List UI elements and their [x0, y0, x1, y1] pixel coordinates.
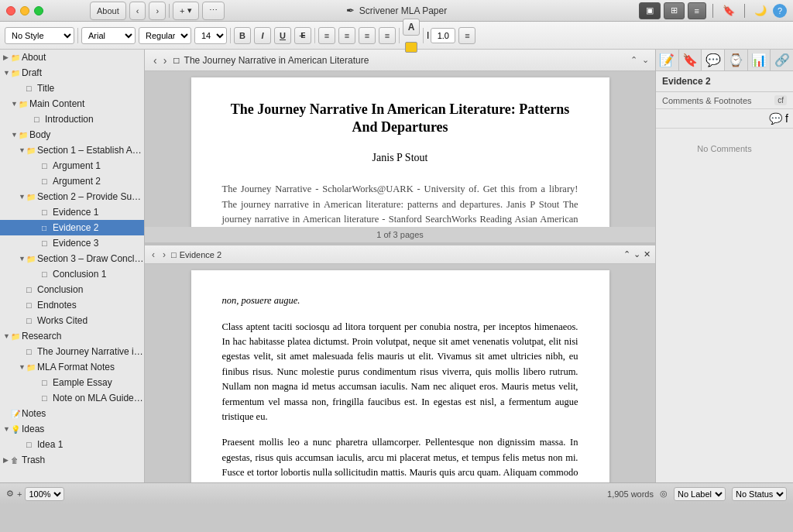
- sidebar-item-idea1[interactable]: Idea 1: [0, 437, 144, 452]
- sidebar-item-section2[interactable]: 📁 Section 2 – Provide Suppo…: [0, 189, 144, 204]
- ideas-triangle[interactable]: [3, 425, 11, 433]
- status-add-icon[interactable]: +: [17, 489, 22, 499]
- underline-btn[interactable]: U: [274, 27, 291, 44]
- bookmark-btn[interactable]: 🔖: [719, 2, 738, 20]
- sidebar-item-evidence1[interactable]: Evidence 1: [0, 204, 144, 220]
- sidebar-item-body[interactable]: 📁 Body: [0, 127, 144, 142]
- indent-dec-btn[interactable]: I: [427, 30, 429, 41]
- inspector-tab-notes[interactable]: 📝: [656, 50, 679, 70]
- doc-page-bottom[interactable]: non, posuere augue. Class aptent taciti …: [191, 270, 609, 482]
- breadcrumb-expand-btn[interactable]: ⌄: [642, 55, 649, 65]
- align-center-btn[interactable]: ≡: [338, 27, 355, 44]
- more-btn[interactable]: ⋯: [202, 2, 225, 20]
- about-btn[interactable]: About: [90, 2, 126, 20]
- align-justify-btn[interactable]: ≡: [379, 27, 396, 44]
- nav-back-btn[interactable]: ‹: [129, 2, 146, 20]
- sidebar-item-works-cited[interactable]: Works Cited: [0, 313, 144, 328]
- sidebar-item-about[interactable]: 📁 About: [0, 50, 144, 65]
- sidebar-item-arg1[interactable]: Argument 1: [0, 158, 144, 173]
- s2-triangle[interactable]: [19, 193, 26, 201]
- sidebar-item-section1[interactable]: 📁 Section 1 – Establish Argu…: [0, 142, 144, 158]
- word-count: 1,905 words: [607, 489, 654, 499]
- status-select[interactable]: No Status: [732, 487, 787, 501]
- sidebar-item-ideas[interactable]: 💡 Ideas: [0, 421, 144, 437]
- sidebar-item-example-essay[interactable]: Eample Essay: [0, 375, 144, 390]
- s3-triangle[interactable]: [19, 255, 26, 263]
- res-triangle[interactable]: [3, 332, 11, 340]
- c1-label: Conclusion 1: [53, 269, 144, 280]
- doc-scroll-top[interactable]: The Journey Narrative In American Litera…: [145, 71, 655, 227]
- ev3-label: Evidence 3: [53, 238, 144, 249]
- gear-icon[interactable]: ⚙: [6, 489, 14, 499]
- inspector-tab-comments[interactable]: 💬: [702, 50, 725, 70]
- target-icon[interactable]: ◎: [660, 489, 668, 499]
- sidebar-item-endnotes[interactable]: Endnotes: [0, 297, 144, 313]
- size-select[interactable]: 14: [194, 27, 227, 44]
- doc2-down-btn[interactable]: ⌄: [633, 249, 640, 259]
- help-btn[interactable]: ?: [773, 4, 787, 18]
- mla-triangle[interactable]: [19, 363, 26, 371]
- about-triangle[interactable]: [3, 53, 11, 61]
- breadcrumb-collapse-btn[interactable]: ⌃: [630, 55, 637, 65]
- inspector-tab-snapshots[interactable]: ⌚: [725, 50, 748, 70]
- view-grid-btn[interactable]: ⊞: [664, 2, 685, 19]
- font-select[interactable]: Arial: [81, 27, 136, 44]
- label-select[interactable]: No Label: [674, 487, 726, 501]
- doc2-up-btn[interactable]: ⌃: [623, 249, 630, 259]
- align-right-btn[interactable]: ≡: [359, 27, 376, 44]
- doc2-back-btn[interactable]: ‹: [149, 249, 157, 260]
- strikethrough-btn[interactable]: E̶: [294, 27, 311, 44]
- doc2-close-btn[interactable]: ✕: [644, 249, 651, 259]
- line-spacing-input[interactable]: [431, 28, 455, 43]
- trash-triangle[interactable]: [3, 456, 11, 464]
- zoom-select[interactable]: 100%: [25, 487, 64, 501]
- inspector-doc-title: Evidence 2: [656, 71, 793, 92]
- sidebar-item-journey[interactable]: The Journey Narrative in Am…: [0, 344, 144, 359]
- minimize-button[interactable]: [20, 6, 29, 15]
- sidebar-item-evidence2[interactable]: □ Evidence 2: [0, 220, 144, 235]
- sidebar-item-arg2[interactable]: Argument 2: [0, 173, 144, 189]
- sidebar-item-conclusion1[interactable]: Conclusion 1: [0, 266, 144, 282]
- theme-btn[interactable]: 🌙: [751, 2, 770, 20]
- sidebar-item-evidence3[interactable]: Evidence 3: [0, 235, 144, 251]
- view-list-btn[interactable]: ≡: [688, 2, 706, 19]
- inspector-tab-links[interactable]: 🔗: [771, 50, 793, 70]
- align-left-btn[interactable]: ≡: [318, 27, 335, 44]
- s1-triangle[interactable]: [19, 146, 26, 154]
- view-single-btn[interactable]: ▣: [639, 2, 661, 19]
- sidebar-item-research[interactable]: 📁 Research: [0, 328, 144, 344]
- close-button[interactable]: [6, 6, 15, 15]
- sidebar-item-main-content[interactable]: 📁 Main Content: [0, 96, 144, 112]
- sidebar-item-title[interactable]: Title: [0, 81, 144, 96]
- sidebar-item-introduction[interactable]: Introduction: [0, 112, 144, 127]
- breadcrumb-back-btn[interactable]: ‹: [151, 54, 160, 67]
- add-btn[interactable]: +▾: [173, 2, 198, 20]
- draft-triangle[interactable]: [3, 69, 11, 77]
- style-select[interactable]: No Style: [5, 27, 74, 44]
- arg1-label: Argument 1: [53, 160, 144, 171]
- inspector-tab-stats[interactable]: 📊: [748, 50, 771, 70]
- main-content-triangle[interactable]: [11, 100, 19, 108]
- sidebar-item-draft[interactable]: 📁 Draft: [0, 65, 144, 81]
- nav-forward-btn[interactable]: ›: [149, 2, 166, 20]
- body-triangle[interactable]: [11, 131, 19, 139]
- breadcrumb-forward-btn[interactable]: ›: [161, 54, 170, 67]
- footnote-icon[interactable]: f: [785, 112, 788, 125]
- inspector-cf-label[interactable]: cf: [774, 95, 787, 105]
- list-btn[interactable]: ≡: [458, 27, 475, 44]
- text-color-btn[interactable]: A: [403, 19, 420, 36]
- sidebar-item-conclusion[interactable]: Conclusion: [0, 282, 144, 297]
- doc2-forward-btn[interactable]: ›: [160, 249, 168, 260]
- sidebar-item-section3[interactable]: 📁 Section 3 – Draw Conclusi…: [0, 251, 144, 266]
- sidebar-item-notes[interactable]: 📝 Notes: [0, 406, 144, 421]
- weight-select[interactable]: Regular: [139, 27, 191, 44]
- sidebar-item-mla-guidelines[interactable]: Note on MLA Guidelines: [0, 390, 144, 406]
- sidebar-item-mla-notes[interactable]: 📁 MLA Format Notes: [0, 359, 144, 375]
- inspector-tab-bookmark[interactable]: 🔖: [679, 50, 702, 70]
- sidebar-item-trash[interactable]: 🗑 Trash: [0, 452, 144, 468]
- maximize-button[interactable]: [34, 6, 43, 15]
- comment-icon[interactable]: 💬: [769, 112, 782, 125]
- italic-btn[interactable]: I: [254, 27, 271, 44]
- bold-btn[interactable]: B: [234, 27, 251, 44]
- doc-scroll-bottom[interactable]: non, posuere augue. Class aptent taciti …: [145, 264, 655, 482]
